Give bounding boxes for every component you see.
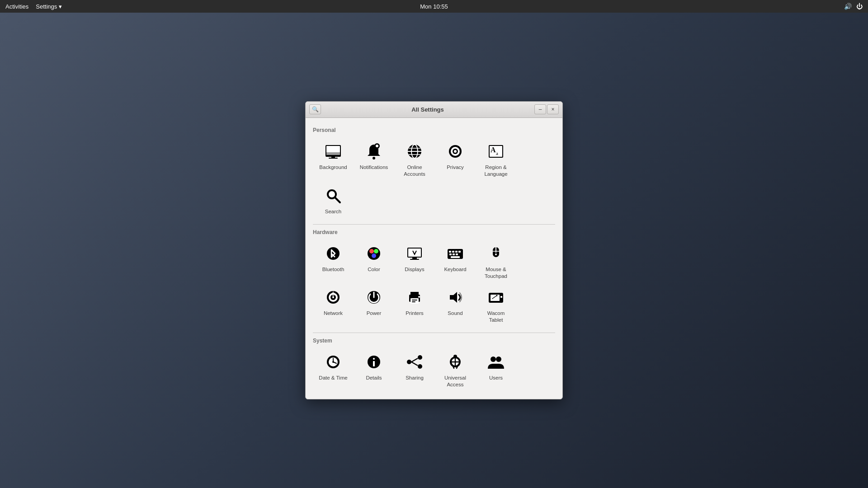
svg-rect-2 xyxy=(326,152,340,155)
svg-rect-60 xyxy=(500,296,502,298)
notifications-item[interactable]: Notifications xyxy=(354,137,394,181)
wacom-tablet-icon xyxy=(485,286,507,308)
svg-rect-40 xyxy=(456,253,458,255)
power-item[interactable]: Power xyxy=(354,283,394,327)
bluetooth-icon xyxy=(322,243,344,264)
svg-rect-59 xyxy=(491,295,500,301)
sharing-label: Sharing xyxy=(406,375,424,381)
app-menu[interactable]: Settings ▾ xyxy=(36,3,62,10)
universal-access-icon xyxy=(444,351,466,373)
bluetooth-item[interactable]: Bluetooth xyxy=(313,239,354,283)
date-time-label: Date & Time xyxy=(319,375,347,381)
network-label: Network xyxy=(324,310,343,317)
region-language-label: Region &Language xyxy=(484,164,507,178)
wacom-tablet-label: WacomTablet xyxy=(487,310,505,324)
keyboard-item[interactable]: Keyboard xyxy=(435,239,476,283)
background-label: Background xyxy=(319,164,347,171)
search-icon xyxy=(322,185,344,206)
app-name-label: Settings xyxy=(36,3,57,10)
power-icon[interactable]: ⏻ xyxy=(856,3,863,10)
date-time-icon xyxy=(322,351,344,373)
mouse-icon xyxy=(485,243,507,264)
window-titlebar: 🔍 All Settings – × xyxy=(306,102,562,118)
system-section-label: System xyxy=(313,338,555,344)
mouse-touchpad-item[interactable]: Mouse &Touchpad xyxy=(476,239,516,283)
svg-rect-35 xyxy=(452,251,454,253)
svg-line-75 xyxy=(411,362,418,366)
universal-access-label: UniversalAccess xyxy=(444,375,466,388)
date-time-item[interactable]: Date & Time xyxy=(313,347,354,392)
desktop: 🔍 All Settings – × Personal xyxy=(0,13,868,488)
svg-point-71 xyxy=(418,355,422,360)
svg-point-28 xyxy=(372,253,376,258)
activities-button[interactable]: Activities xyxy=(5,3,28,10)
search-button[interactable]: 🔍 xyxy=(309,104,321,114)
svg-rect-52 xyxy=(410,298,419,304)
color-item[interactable]: Color xyxy=(354,239,394,283)
svg-text:a: a xyxy=(496,150,498,156)
color-icon xyxy=(363,243,385,264)
svg-point-7 xyxy=(376,145,378,147)
color-label: Color xyxy=(368,266,380,273)
svg-point-22 xyxy=(329,191,335,197)
svg-point-69 xyxy=(373,358,375,360)
universal-access-item[interactable]: UniversalAccess xyxy=(435,347,476,392)
search-label: Search xyxy=(325,208,341,215)
svg-rect-70 xyxy=(373,361,375,366)
svg-marker-57 xyxy=(450,292,457,303)
network-icon xyxy=(322,286,344,308)
search-item[interactable]: Search xyxy=(313,181,354,219)
region-language-icon: A a xyxy=(485,141,507,162)
sharing-item[interactable]: Sharing xyxy=(394,347,435,392)
online-accounts-item[interactable]: OnlineAccounts xyxy=(394,137,435,181)
minimize-button[interactable]: – xyxy=(534,104,546,114)
keyboard-label: Keyboard xyxy=(444,266,466,273)
window-content: Personal Background xyxy=(306,118,562,399)
personal-section-label: Personal xyxy=(313,127,555,133)
svg-rect-34 xyxy=(449,251,451,253)
svg-point-27 xyxy=(374,249,378,253)
background-item[interactable]: Background xyxy=(313,137,354,181)
wacom-tablet-item[interactable]: WacomTablet xyxy=(476,283,516,327)
privacy-item[interactable]: Privacy xyxy=(435,137,476,181)
privacy-label: Privacy xyxy=(447,164,464,171)
titlebar-left: 🔍 xyxy=(309,104,321,114)
hardware-grid: Bluetooth Color xyxy=(313,239,555,328)
svg-point-26 xyxy=(369,249,374,253)
displays-item[interactable]: Displays xyxy=(394,239,435,283)
power-icon xyxy=(363,286,385,308)
network-item[interactable]: Network xyxy=(313,283,354,327)
sound-icon xyxy=(444,286,466,308)
svg-rect-38 xyxy=(449,253,452,255)
system-divider xyxy=(313,333,555,333)
details-label: Details xyxy=(366,375,382,381)
svg-line-23 xyxy=(335,197,340,202)
svg-point-5 xyxy=(373,157,375,160)
details-icon xyxy=(363,351,385,373)
svg-point-24 xyxy=(327,247,340,260)
volume-icon[interactable]: 🔊 xyxy=(844,3,852,10)
online-accounts-label: OnlineAccounts xyxy=(404,164,425,178)
app-menu-arrow: ▾ xyxy=(59,3,62,10)
topbar-right: 🔊 ⏻ xyxy=(844,3,863,10)
details-item[interactable]: Details xyxy=(354,347,394,392)
svg-point-84 xyxy=(496,357,501,362)
svg-rect-39 xyxy=(453,253,455,255)
svg-point-67 xyxy=(332,361,334,363)
sound-item[interactable]: Sound xyxy=(435,283,476,327)
window-title: All Settings xyxy=(321,106,534,113)
personal-grid: Background Notifications xyxy=(313,137,555,219)
close-button[interactable]: × xyxy=(547,104,559,114)
topbar-clock: Mon 10:55 xyxy=(420,3,448,10)
svg-rect-32 xyxy=(410,259,419,260)
hardware-divider xyxy=(313,224,555,225)
titlebar-right: – × xyxy=(534,104,559,114)
topbar-left: Activities Settings ▾ xyxy=(5,3,62,10)
svg-point-72 xyxy=(418,364,422,369)
svg-rect-53 xyxy=(410,292,419,296)
background-icon xyxy=(322,141,344,162)
users-item[interactable]: Users xyxy=(476,347,516,392)
region-language-item[interactable]: A a Region &Language xyxy=(476,137,516,181)
printers-item[interactable]: Printers xyxy=(394,283,435,327)
printers-label: Printers xyxy=(406,310,424,317)
